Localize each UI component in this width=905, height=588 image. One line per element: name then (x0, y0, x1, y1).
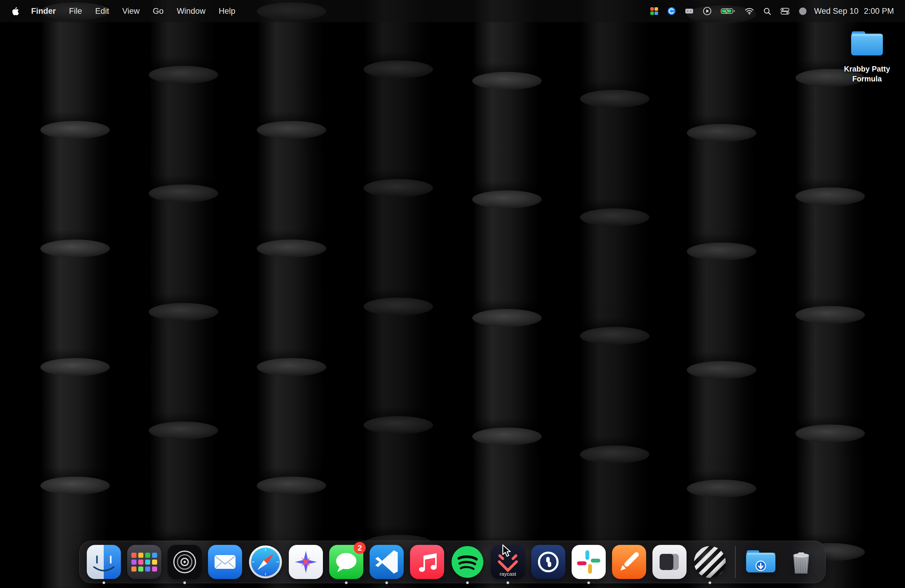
folder-icon (849, 29, 884, 57)
dock-pen-app-icon[interactable] (611, 544, 647, 580)
menu-view[interactable]: View (116, 6, 146, 16)
menu-go[interactable]: Go (146, 6, 170, 16)
wifi-icon[interactable] (740, 7, 759, 15)
desktop-wallpaper (0, 0, 905, 588)
raycast-label: raycast (490, 571, 526, 577)
dock: 2 (79, 541, 826, 583)
running-indicator (183, 582, 186, 584)
apple-logo-icon (12, 7, 19, 16)
dock-downloads-folder-icon[interactable] (743, 544, 778, 580)
dock-safari-icon[interactable] (248, 544, 283, 580)
running-indicator (709, 582, 711, 584)
menu-bar-menus: Finder File Edit View Go Window Help (8, 6, 242, 16)
battery-icon[interactable] (716, 7, 740, 15)
menu-bar-status: Wed Sep 10 2:00 PM (646, 6, 897, 16)
dock-colorful-star-app-icon[interactable] (288, 544, 324, 580)
menu-file[interactable]: File (62, 6, 89, 16)
running-indicator (103, 582, 105, 584)
trash-icon[interactable] (783, 544, 819, 580)
blue-app-menu-icon[interactable] (663, 7, 680, 15)
spotlight-search-icon[interactable] (759, 7, 776, 15)
menu-window[interactable]: Window (170, 6, 212, 16)
menu-help[interactable]: Help (212, 6, 242, 16)
menu-edit[interactable]: Edit (89, 6, 116, 16)
dock-slack-icon[interactable] (571, 544, 607, 580)
desktop-folder-label: Krabby Patty Formula (841, 64, 892, 84)
control-center-icon[interactable] (776, 8, 794, 15)
dock-panels-app-icon[interactable] (652, 544, 687, 580)
dock-music-icon[interactable] (410, 544, 445, 580)
dock-concentric-rings-app-icon[interactable] (167, 544, 202, 580)
gray-app-menu-icon[interactable] (680, 8, 698, 15)
dock-launchpad-icon[interactable] (127, 544, 162, 580)
running-indicator (386, 582, 388, 584)
dock-separator (735, 546, 736, 578)
grid-app-menu-icon[interactable] (646, 7, 663, 15)
running-indicator (506, 582, 510, 584)
running-indicator (587, 582, 590, 584)
running-indicator (466, 582, 469, 584)
playback-menu-icon[interactable] (698, 6, 716, 16)
menu-bar-date[interactable]: Wed Sep 10 (811, 6, 861, 16)
menu-bar-time[interactable]: 2:00 PM (861, 6, 897, 16)
menu-bar: Finder File Edit View Go Window Help (0, 0, 905, 22)
desktop-folder-krabby-patty[interactable]: Krabby Patty Formula (837, 29, 897, 84)
running-indicator (345, 582, 348, 584)
dock-1password-icon[interactable] (530, 544, 566, 580)
dock-spotify-icon[interactable] (450, 544, 485, 580)
dock-striped-sphere-app-icon[interactable] (692, 544, 727, 580)
mouse-cursor (502, 544, 514, 559)
menu-finder[interactable]: Finder (25, 6, 62, 16)
dock-vscode-icon[interactable] (369, 544, 404, 580)
dock-messages-icon[interactable]: 2 (329, 544, 364, 580)
messages-unread-badge: 2 (354, 542, 366, 554)
dock-finder-icon[interactable] (86, 544, 122, 580)
circle-menu-icon[interactable] (794, 7, 811, 15)
apple-menu[interactable] (8, 7, 25, 16)
dock-mail-icon[interactable] (207, 544, 243, 580)
